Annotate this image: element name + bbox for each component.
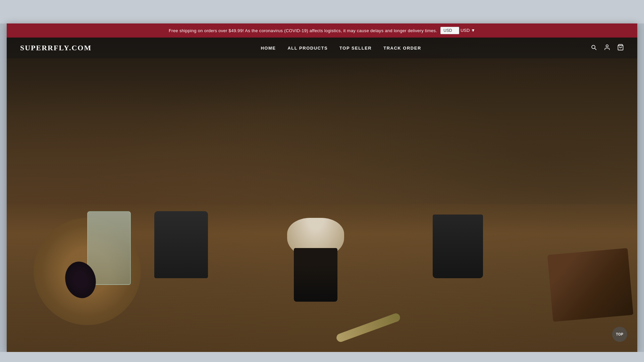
- currency-label: USD ▼: [461, 28, 475, 33]
- user-icon[interactable]: [604, 44, 610, 52]
- utensil-bucket: [433, 215, 483, 278]
- nav-link-track-order[interactable]: TRACK ORDER: [383, 46, 421, 51]
- search-svg: [590, 44, 597, 51]
- top-button-label: TOP: [616, 333, 624, 336]
- leather-item: [547, 248, 634, 322]
- nav-link-home[interactable]: HOME: [261, 46, 276, 51]
- announcement-bar: Free shipping on orders over $49.99! As …: [7, 23, 637, 38]
- top-decoration: [0, 0, 644, 23]
- nav-item-top-seller[interactable]: TOP SELLER: [339, 45, 372, 51]
- outer-wrapper: Free shipping on orders over $49.99! As …: [0, 0, 644, 362]
- nav-link-top-seller[interactable]: TOP SELLER: [339, 46, 372, 51]
- cart-svg: [617, 44, 624, 51]
- search-icon[interactable]: [590, 44, 597, 52]
- cart-icon[interactable]: [617, 44, 624, 52]
- navbar: SUPERRFLY.COM HOME ALL PRODUCTS TOP SELL…: [7, 38, 637, 58]
- nav-item-home[interactable]: HOME: [261, 45, 276, 51]
- site-logo[interactable]: SUPERRFLY.COM: [20, 44, 92, 52]
- svg-point-0: [606, 45, 608, 47]
- user-svg: [604, 44, 610, 51]
- currency-selector[interactable]: USD EUR GBP CAD AUD: [440, 27, 459, 34]
- center-jar: [289, 235, 342, 302]
- nav-link-all-products[interactable]: ALL PRODUCTS: [287, 46, 328, 51]
- nav-links: HOME ALL PRODUCTS TOP SELLER TRACK ORDER: [261, 45, 421, 51]
- nav-icons: [590, 44, 624, 52]
- hero-section: SUPERRFLY.COM HOME ALL PRODUCTS TOP SELL…: [7, 23, 637, 352]
- jar-body: [294, 248, 337, 302]
- nav-item-track-order[interactable]: TRACK ORDER: [383, 45, 421, 51]
- nav-item-all-products[interactable]: ALL PRODUCTS: [287, 45, 328, 51]
- dark-canister: [154, 211, 208, 278]
- announcement-text: Free shipping on orders over $49.99! As …: [169, 28, 437, 33]
- bottom-decoration: [0, 352, 644, 362]
- top-button[interactable]: TOP: [612, 327, 627, 342]
- currency-wrapper[interactable]: USD EUR GBP CAD AUD USD ▼: [440, 27, 475, 34]
- site-container: Free shipping on orders over $49.99! As …: [7, 23, 637, 352]
